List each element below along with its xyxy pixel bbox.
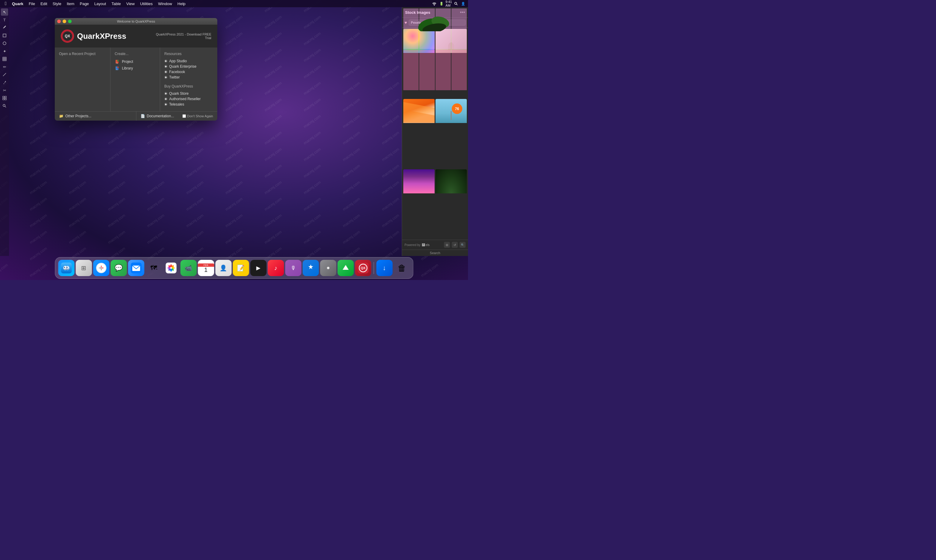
- resource-appstudio[interactable]: ▶ App Studio: [164, 58, 213, 64]
- recent-title: Open a Recent Project: [59, 52, 106, 56]
- dialog-content: Open a Recent Project Create... Q Projec…: [55, 48, 217, 111]
- create-project-label: Project: [122, 60, 133, 64]
- dock-launchpad[interactable]: ⊞: [76, 260, 92, 276]
- wifi-icon[interactable]: [432, 1, 437, 6]
- dock-podcasts[interactable]: 🎙: [285, 260, 301, 276]
- tool-circle[interactable]: [1, 40, 8, 47]
- create-title: Create...: [115, 52, 156, 56]
- section-recent: Open a Recent Project: [55, 48, 111, 111]
- dock-appletv[interactable]: ▶: [250, 260, 266, 276]
- dock-notes[interactable]: 📝: [233, 260, 249, 276]
- menu-file[interactable]: File: [26, 1, 37, 7]
- dock-messages[interactable]: 💬: [111, 260, 127, 276]
- svg-text:Q: Q: [116, 62, 117, 64]
- titlebar-buttons: [57, 20, 72, 23]
- menu-style[interactable]: Style: [50, 1, 64, 7]
- dock-calendar[interactable]: FEB 1: [198, 260, 214, 276]
- buy-telesales-label: Telesales: [169, 102, 184, 106]
- dock-sysprefs[interactable]: [320, 260, 336, 276]
- tool-scissors[interactable]: ✂: [1, 87, 8, 94]
- svg-text:QX: QX: [361, 266, 365, 270]
- svg-point-3: [3, 42, 6, 45]
- menu-layout[interactable]: Layout: [92, 1, 108, 7]
- create-library[interactable]: L Library: [115, 65, 156, 72]
- svg-rect-10: [3, 96, 4, 98]
- other-projects-label: Other Projects...: [65, 114, 91, 118]
- menu-page[interactable]: Page: [77, 1, 91, 7]
- menu-help[interactable]: Help: [175, 1, 188, 7]
- tool-line[interactable]: [1, 71, 8, 78]
- dock-trash[interactable]: 🗑: [394, 260, 410, 276]
- tool-selector[interactable]: ↖: [1, 8, 8, 15]
- search-menubar-icon[interactable]: [453, 1, 458, 6]
- buy-arrow-icon3: ▶: [164, 103, 167, 106]
- dont-show-text: Don't Show Again: [187, 114, 213, 118]
- dock-quarkxpress[interactable]: QX: [355, 260, 371, 276]
- buy-reseller[interactable]: ▶ Authorised Reseller: [164, 96, 213, 102]
- menu-window[interactable]: Window: [156, 1, 174, 7]
- dock-appstore[interactable]: [302, 260, 319, 276]
- buy-telesales[interactable]: ▶ Telesales: [164, 102, 213, 107]
- dock-maps[interactable]: 🗺: [145, 260, 162, 276]
- menubar-right: 🔋 9:41 AM 👤: [432, 1, 466, 6]
- tool-zoom[interactable]: [1, 102, 8, 109]
- menu-table[interactable]: Table: [109, 1, 123, 7]
- menu-item[interactable]: Item: [65, 1, 77, 7]
- battery-icon[interactable]: 🔋: [439, 1, 444, 6]
- dock-camo[interactable]: [338, 260, 354, 276]
- stock-images-grid: 76: [402, 28, 468, 240]
- dock-photos[interactable]: [163, 260, 179, 276]
- buy-title: Buy QuarkXPress: [164, 84, 213, 88]
- tool-eyedropper[interactable]: [1, 79, 8, 86]
- tool-grid[interactable]: [1, 94, 8, 102]
- buy-reseller-label: Authorised Reseller: [169, 97, 201, 101]
- section-resources: Resources ▶ App Studio ▶ Quark Enterpris…: [160, 48, 217, 111]
- resources-title: Resources: [164, 52, 213, 56]
- menu-view[interactable]: View: [124, 1, 137, 7]
- svg-rect-4: [3, 57, 6, 61]
- qxp-logo: QX QuarkXPress: [61, 29, 126, 43]
- dock-contacts[interactable]: 👤: [215, 260, 231, 276]
- dont-show-checkbox[interactable]: [182, 114, 186, 118]
- maximize-button[interactable]: [68, 20, 72, 23]
- dock-downloader[interactable]: ↓: [376, 260, 392, 276]
- tool-text[interactable]: T: [1, 16, 8, 23]
- dock-music[interactable]: ♪: [268, 260, 284, 276]
- dont-show-label[interactable]: Don't Show Again: [182, 114, 213, 118]
- svg-point-40: [96, 263, 106, 273]
- svg-point-37: [66, 267, 68, 268]
- other-projects-button[interactable]: 📁 Other Projects...: [59, 114, 132, 118]
- dock-safari[interactable]: [93, 260, 109, 276]
- dialog-titlebar: Welcome to QuarkXPress: [55, 18, 217, 25]
- stock-image-pink-building[interactable]: [403, 169, 435, 238]
- minimize-button[interactable]: [63, 20, 66, 23]
- buy-store[interactable]: ▶ Quark Store: [164, 91, 213, 96]
- tool-pencil[interactable]: ✏: [1, 63, 8, 70]
- tool-star[interactable]: ✦: [1, 48, 8, 55]
- user-icon[interactable]: 👤: [461, 1, 466, 6]
- project-file-icon: Q: [115, 59, 119, 64]
- menu-utilities[interactable]: Utilities: [137, 1, 155, 7]
- dock-finder[interactable]: [58, 260, 74, 276]
- resource-twitter[interactable]: ▶ Twitter: [164, 75, 213, 80]
- app-name[interactable]: Quark: [10, 1, 26, 7]
- close-button[interactable]: [57, 20, 61, 23]
- apple-menu[interactable]: : [2, 0, 9, 7]
- qxp-logo-icon: QX: [61, 29, 74, 43]
- resource-appstudio-label: App Studio: [169, 59, 187, 63]
- svg-point-57: [170, 267, 172, 269]
- dock-mail[interactable]: [128, 260, 144, 276]
- tool-pen[interactable]: [1, 24, 8, 31]
- svg-point-36: [64, 267, 65, 268]
- tool-rect[interactable]: [1, 32, 8, 39]
- resource-enterprise-label: Quark Enterprise: [169, 65, 197, 69]
- create-project[interactable]: Q Project: [115, 58, 156, 65]
- documentation-button[interactable]: 📄 Documentation...: [140, 114, 174, 118]
- menu-edit[interactable]: Edit: [38, 1, 49, 7]
- tool-table[interactable]: [1, 55, 8, 63]
- dock-facetime[interactable]: 📹: [180, 260, 197, 276]
- resource-facebook[interactable]: ▶ Facebook: [164, 69, 213, 75]
- resource-enterprise[interactable]: ▶ Quark Enterprise: [164, 64, 213, 69]
- section-create: Create... Q Project: [111, 48, 160, 111]
- resource-twitter-label: Twitter: [169, 75, 180, 79]
